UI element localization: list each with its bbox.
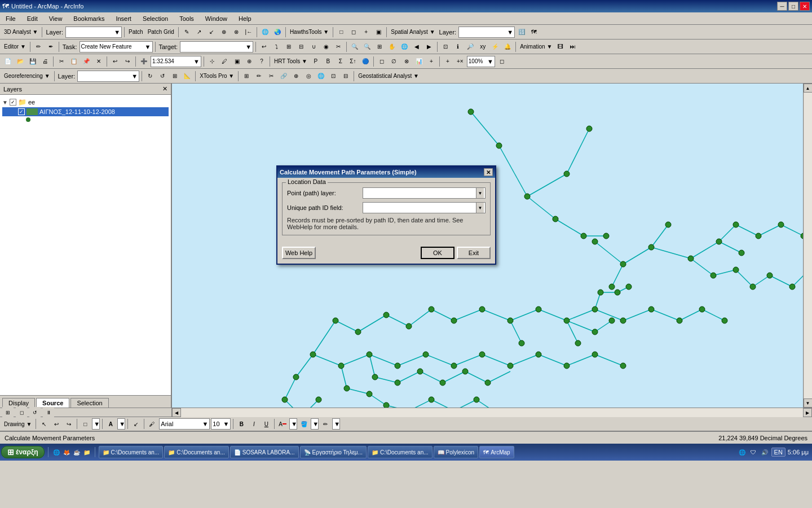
tb-anim-2[interactable]: 🎞 bbox=[555, 41, 566, 52]
scroll-up-button[interactable]: ▲ bbox=[804, 84, 813, 93]
tb-nav-4[interactable]: ✋ bbox=[386, 41, 398, 52]
tb-icon-5[interactable]: ⊗ bbox=[231, 27, 242, 38]
dialog-pathid-combo[interactable]: ▼ bbox=[363, 202, 486, 213]
tb-hrt-1[interactable]: P bbox=[310, 56, 321, 67]
nav-btn-3[interactable]: ↺ bbox=[29, 407, 41, 418]
drawing-text-btn[interactable]: A bbox=[105, 418, 116, 430]
tb-cut[interactable]: ✂ bbox=[56, 56, 67, 67]
taskbar-item-arcmap[interactable]: 🗺ArcMap bbox=[479, 446, 514, 458]
tb-g4[interactable]: 📐 bbox=[182, 71, 193, 82]
tb-copy[interactable]: 📋 bbox=[68, 56, 80, 67]
target-dropdown[interactable]: ▼ bbox=[180, 41, 253, 52]
tb-sel-3[interactable]: 🔎 bbox=[465, 41, 476, 52]
hawthstools-dropdown[interactable]: HawthsTools ▼ bbox=[288, 27, 330, 38]
font-color-arrow[interactable]: ▼ bbox=[289, 418, 297, 430]
tb-g2[interactable]: ↺ bbox=[157, 71, 168, 82]
tb-edit-7[interactable]: ✂ bbox=[333, 41, 344, 52]
tb-edit-vertices[interactable]: ⊹ bbox=[206, 56, 218, 67]
taskbar-item-4[interactable]: 📡Εργαστήριο Τηλεμ... bbox=[300, 446, 367, 458]
taskbar-ie-icon[interactable]: 🌐 bbox=[52, 448, 61, 457]
tb-h1[interactable]: ◻ bbox=[376, 56, 387, 67]
font-color-btn[interactable]: A bbox=[277, 418, 288, 430]
tb-nav-5[interactable]: 🌐 bbox=[399, 41, 410, 52]
start-button[interactable]: ⊞ έναρξη bbox=[1, 446, 45, 458]
tb-redo[interactable]: ↪ bbox=[122, 56, 133, 67]
taskbar-item-5[interactable]: 📁C:\Documents an... bbox=[368, 446, 433, 458]
menu-item-window[interactable]: Window bbox=[202, 14, 231, 23]
tb-plus[interactable]: + bbox=[360, 27, 372, 38]
drawing-undo[interactable]: ↩ bbox=[51, 418, 62, 430]
patch-button[interactable]: Patch bbox=[127, 27, 145, 38]
scroll-track-right[interactable] bbox=[804, 93, 812, 398]
close-button[interactable]: ✕ bbox=[800, 2, 810, 11]
tb-edit-2[interactable]: ⤵ bbox=[271, 41, 282, 52]
nav-btn-4[interactable]: ⏸ bbox=[43, 407, 54, 418]
italic-button[interactable]: I bbox=[248, 418, 259, 430]
geostat-dropdown[interactable]: Geostatistical Analyst ▼ bbox=[356, 71, 421, 82]
taskbar-item-1[interactable]: 📁C:\Documents an... bbox=[99, 446, 164, 458]
tab-selection[interactable]: Selection bbox=[70, 398, 108, 408]
tb-sel-2[interactable]: ℹ bbox=[452, 41, 464, 52]
tb-save[interactable]: 💾 bbox=[27, 56, 38, 67]
tb-h4[interactable]: 📊 bbox=[413, 56, 425, 67]
tb-h2[interactable]: ∅ bbox=[389, 56, 400, 67]
tb-sel-4[interactable]: xy bbox=[477, 41, 488, 52]
tb-edit-1[interactable]: ↩ bbox=[258, 41, 270, 52]
tb-hrt-2[interactable]: B bbox=[323, 56, 334, 67]
drawing-cursor[interactable]: ↖ bbox=[38, 418, 50, 430]
line-color-btn[interactable]: ✏ bbox=[320, 418, 331, 430]
menu-item-file[interactable]: File bbox=[2, 14, 19, 23]
taskbar-java-icon[interactable]: ☕ bbox=[72, 448, 81, 457]
expand-icon[interactable]: ▼ bbox=[2, 99, 8, 105]
tb-icon-3[interactable]: ↙ bbox=[206, 27, 217, 38]
dialog-ok-button[interactable]: OK bbox=[421, 247, 454, 259]
tb-h5[interactable]: + bbox=[426, 56, 437, 67]
spatial-analyst-dropdown[interactable]: Spatial Analyst ▼ bbox=[389, 27, 436, 38]
layer-dropdown-1[interactable]: ▼ bbox=[65, 27, 122, 38]
tb-nav-2[interactable]: 🔍 bbox=[361, 41, 373, 52]
combo-arrow-layer[interactable]: ▼ bbox=[476, 188, 484, 198]
tb-x9[interactable]: ⊟ bbox=[340, 71, 351, 82]
tb-icon-1[interactable]: ✎ bbox=[181, 27, 192, 38]
lang-indicator[interactable]: EN bbox=[771, 448, 785, 457]
tb-nav-1[interactable]: 🔍 bbox=[349, 41, 360, 52]
editor-dropdown[interactable]: Editor ▼ bbox=[2, 41, 28, 52]
maximize-button[interactable]: □ bbox=[788, 2, 798, 11]
underline-button[interactable]: U bbox=[261, 418, 272, 430]
tb-help[interactable]: ? bbox=[256, 56, 267, 67]
task-dropdown[interactable]: Create New Feature▼ bbox=[80, 41, 153, 52]
tb-icon-4[interactable]: ⊕ bbox=[218, 27, 230, 38]
tb-adddata[interactable]: ➕ bbox=[138, 56, 149, 67]
nav-btn-2[interactable]: ◻ bbox=[16, 407, 27, 418]
menu-item-edit[interactable]: Edit bbox=[24, 14, 41, 23]
scale-dropdown[interactable]: 1:32.534▼ bbox=[151, 56, 201, 67]
edit-pen[interactable]: ✏ bbox=[33, 41, 44, 52]
tb-delete[interactable]: ✕ bbox=[93, 56, 104, 67]
tb-z3[interactable]: ◻ bbox=[496, 56, 508, 67]
tb-new[interactable]: 📄 bbox=[2, 56, 14, 67]
layer-checkbox-ee[interactable]: ✓ bbox=[10, 99, 16, 106]
tb-x2[interactable]: ✏ bbox=[253, 71, 264, 82]
map-area[interactable]: Calculate Movement Path Parameters (Simp… bbox=[172, 84, 803, 408]
tb-z2[interactable]: +× bbox=[454, 56, 466, 67]
network-icon[interactable]: 🌐 bbox=[738, 448, 747, 457]
font-family-dropdown[interactable]: Arial▼ bbox=[159, 418, 210, 430]
fill-color-btn[interactable]: 🪣 bbox=[298, 418, 310, 430]
font-size-dropdown[interactable]: 10▼ bbox=[211, 418, 231, 430]
layer-checkbox-main[interactable]: ✓ bbox=[18, 108, 25, 115]
tb-calc[interactable]: 🔢 bbox=[516, 27, 527, 38]
antivirus-icon[interactable]: 🛡 bbox=[749, 448, 758, 457]
scroll-track-bottom[interactable] bbox=[181, 408, 803, 417]
tb-edit-5[interactable]: ∪ bbox=[308, 41, 319, 52]
tb-hrt-4[interactable]: Σ↑ bbox=[347, 56, 359, 67]
bold-button[interactable]: B bbox=[236, 418, 247, 430]
tb-sketch2[interactable]: ▣ bbox=[231, 56, 242, 67]
tb-map2[interactable]: 🗺 bbox=[528, 27, 540, 38]
tb-icon-6[interactable]: |← bbox=[243, 27, 254, 38]
drawing-select[interactable]: □ bbox=[80, 418, 91, 430]
scroll-down-button[interactable]: ▼ bbox=[804, 398, 813, 408]
tb-paste[interactable]: 📌 bbox=[81, 56, 92, 67]
combo-arrow-pathid[interactable]: ▼ bbox=[476, 203, 484, 213]
taskbar-item-6[interactable]: 📖Polylexicon bbox=[434, 446, 479, 458]
taskbar-ff-icon[interactable]: 🦊 bbox=[62, 448, 71, 457]
